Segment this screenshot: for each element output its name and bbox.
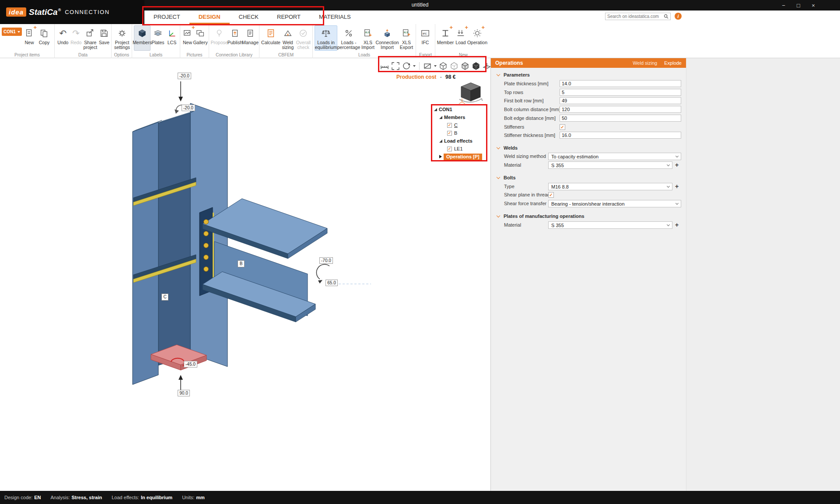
shear-plane-checkbox[interactable]: ✓	[548, 192, 554, 198]
weld-material-select[interactable]: S 355	[548, 161, 672, 169]
section-view-icon[interactable]	[423, 61, 432, 71]
save-button[interactable]: Save	[98, 25, 110, 51]
chevron-down-icon[interactable]	[413, 65, 416, 67]
bolt-column-distance-input[interactable]	[560, 106, 681, 113]
section-welds[interactable]: Welds	[497, 144, 518, 151]
labels-lcs-toggle[interactable]: LCS	[165, 25, 178, 51]
collapse-icon[interactable]	[439, 140, 442, 143]
first-bolt-row-input[interactable]	[560, 97, 681, 104]
close-button[interactable]: ×	[806, 0, 821, 10]
ifc-icon: IFC	[420, 27, 430, 40]
ifc-export-button[interactable]: IFC IFC	[418, 25, 433, 51]
new-project-item-button[interactable]: + New	[22, 25, 37, 51]
loads-percentage-button[interactable]: Loads - percentage	[337, 25, 360, 51]
new-member-button[interactable]: + Member	[437, 25, 454, 51]
weld-sizing-header-button[interactable]: Weld sizing	[633, 60, 657, 66]
top-rows-input[interactable]	[560, 89, 681, 96]
explode-header-button[interactable]: Explode	[664, 60, 682, 66]
section-bolts[interactable]: Bolts	[497, 174, 516, 181]
minimize-button[interactable]: −	[776, 0, 791, 10]
collapse-icon[interactable]	[434, 108, 437, 111]
shaded-view-icon[interactable]	[460, 61, 470, 71]
stiffeners-checkbox[interactable]: ✓	[560, 124, 565, 130]
gallery-button[interactable]: Gallery	[193, 25, 208, 51]
param-row: Type M16 8.8 +	[491, 183, 686, 191]
plates-material-select[interactable]: S 355	[548, 221, 672, 229]
hidden-lines-view-icon[interactable]	[449, 61, 459, 71]
calculate-button[interactable]: Calculate	[261, 25, 280, 51]
search-box[interactable]	[605, 13, 671, 20]
tab-report[interactable]: REPORT	[268, 10, 310, 24]
tree-node-operations[interactable]: Operations [P]	[432, 153, 487, 161]
labels-members-toggle[interactable]: Members	[134, 25, 150, 51]
production-cost-label: Production cost	[396, 74, 436, 80]
wireframe-view-icon[interactable]	[438, 61, 448, 71]
publish-button[interactable]: Publish	[228, 25, 242, 51]
xls-import-button[interactable]: XLS XLS Import	[360, 25, 376, 51]
tab-project[interactable]: PROJECT	[144, 10, 189, 24]
checkbox-checked-icon[interactable]: ✓	[447, 131, 452, 136]
bolt-type-select[interactable]: M16 8.8	[548, 183, 672, 190]
search-input[interactable]	[607, 14, 664, 19]
load-value-bottom: 90.0	[178, 390, 190, 396]
tree-node-con1[interactable]: CON1	[432, 105, 487, 113]
new-load-button[interactable]: + Load	[454, 25, 468, 51]
tab-materials[interactable]: MATERIALS	[310, 10, 360, 24]
ribbon-tabs: PROJECT DESIGN CHECK REPORT MATERIALS	[144, 10, 360, 24]
new-operation-button[interactable]: + Operation	[468, 25, 487, 51]
copy-button[interactable]: Copy	[37, 25, 52, 51]
navigation-cube[interactable]	[458, 80, 485, 105]
param-row: Plate thickness [mm]	[491, 80, 686, 88]
3d-viewport[interactable]: Production cost - 98 € -20.0 -20.0 -70.0…	[0, 58, 491, 491]
labels-plates-toggle[interactable]: Plates	[150, 25, 165, 51]
load-value-rotation-right: 65.0	[326, 280, 338, 286]
zoom-extents-icon[interactable]	[391, 61, 400, 71]
solid-view-icon[interactable]	[471, 61, 481, 71]
tree-node-member-b[interactable]: ✓ B	[432, 129, 487, 137]
orbit-icon[interactable]	[402, 61, 411, 71]
plus-badge-icon: +	[192, 25, 195, 30]
tree-node-members[interactable]: Members	[432, 113, 487, 121]
weld-sizing-button[interactable]: Weld sizing	[280, 25, 295, 51]
section-parameters[interactable]: Parameters	[497, 71, 530, 78]
share-project-button[interactable]: Share project	[83, 25, 98, 51]
maximize-button[interactable]: □	[791, 0, 806, 10]
tree-node-member-c[interactable]: ✓ C	[432, 121, 487, 129]
chevron-down-icon	[667, 163, 670, 166]
checkbox-checked-icon[interactable]: ✓	[447, 123, 452, 128]
connection-import-button[interactable]: Connection Import	[376, 25, 399, 51]
add-material-button[interactable]: +	[675, 162, 679, 168]
project-settings-button[interactable]: Project settings	[113, 25, 131, 51]
tree-node-load-effects[interactable]: Load effects	[432, 137, 487, 145]
xls-export-button[interactable]: XLS XLS Export	[399, 25, 414, 51]
new-picture-button[interactable]: + New	[182, 25, 193, 51]
section-plates-operations[interactable]: Plates of manufacturing operations	[497, 213, 584, 220]
measure-icon[interactable]	[380, 61, 389, 71]
member-label-c[interactable]: C	[161, 294, 168, 301]
plate-thickness-input[interactable]	[560, 80, 681, 87]
connection-selector-con1[interactable]: CON1	[2, 28, 22, 36]
loads-in-equilibrium-toggle[interactable]: Loads in equilibrium	[315, 25, 337, 51]
undo-button[interactable]: ↶ Undo	[56, 25, 70, 51]
manage-button[interactable]: Manage	[242, 25, 258, 51]
expand-icon[interactable]	[439, 155, 442, 158]
param-row: Material S 355 +	[491, 221, 686, 229]
add-bolt-type-button[interactable]: +	[675, 183, 679, 189]
shear-force-transfer-select[interactable]: Bearing - tension/shear interaction	[548, 200, 681, 207]
tab-design[interactable]: DESIGN	[189, 10, 230, 24]
stiffener-thickness-input[interactable]	[560, 132, 681, 139]
publish-icon	[230, 27, 240, 40]
chevron-down-icon[interactable]	[434, 65, 437, 67]
collapse-icon[interactable]	[439, 116, 442, 119]
info-icon[interactable]: i	[675, 13, 682, 20]
bolt-edge-distance-input[interactable]	[560, 115, 681, 122]
tree-node-le1[interactable]: ✓ LE1	[432, 145, 487, 153]
clipping-plane-icon[interactable]	[482, 61, 491, 71]
weld-sizing-method-select[interactable]: To capacity estimation	[548, 153, 681, 160]
member-label-b[interactable]: B	[238, 260, 245, 267]
ribbon-group-project-items: CON1 + New Copy Project items	[0, 24, 55, 58]
tab-check[interactable]: CHECK	[230, 10, 268, 24]
chevron-down-icon	[497, 72, 500, 76]
checkbox-checked-icon[interactable]: ✓	[447, 147, 452, 151]
add-plates-material-button[interactable]: +	[675, 222, 679, 228]
